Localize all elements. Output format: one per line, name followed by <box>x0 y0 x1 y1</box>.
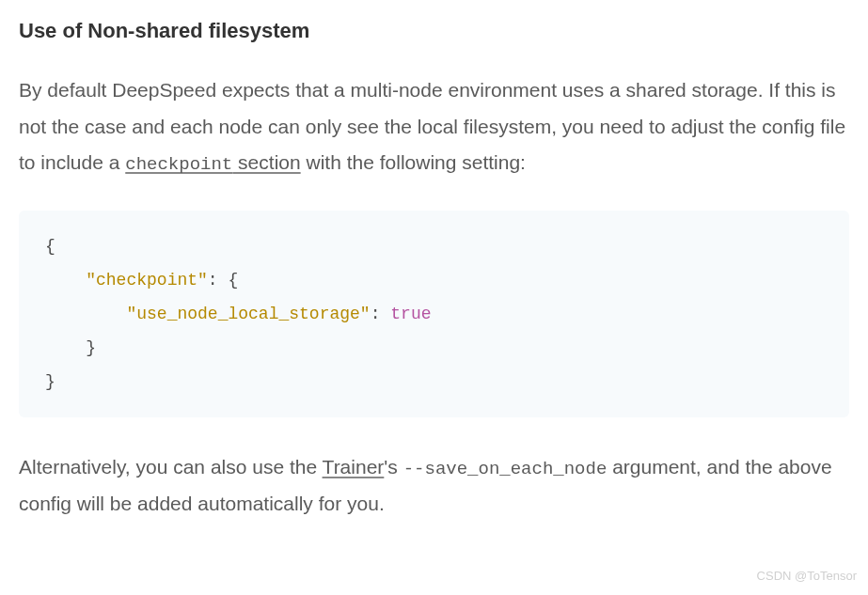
json-key-checkpoint: "checkpoint" <box>86 271 208 290</box>
watermark: CSDN @ToTensor <box>757 565 857 568</box>
code-indent <box>45 271 86 290</box>
paragraph-text: 's <box>384 456 402 478</box>
alternative-paragraph: Alternatively, you can also use the Trai… <box>19 449 849 523</box>
code-text: : { <box>208 271 238 290</box>
paragraph-text: Alternatively, you can also use the <box>19 456 323 478</box>
paragraph-text-after: with the following setting: <box>301 151 526 173</box>
code-brace: } <box>45 338 96 357</box>
json-key-use-node-local-storage: "use_node_local_storage" <box>126 305 370 323</box>
trainer-link[interactable]: Trainer <box>323 456 385 478</box>
checkpoint-code: checkpoint <box>125 154 232 175</box>
code-brace: } <box>45 372 55 391</box>
section-heading: Use of Non-shared filesystem <box>19 17 849 46</box>
code-indent <box>45 305 126 323</box>
json-bool-true: true <box>390 305 431 323</box>
checkpoint-section-link[interactable]: checkpoint section <box>125 151 300 173</box>
save-on-each-node-code: --save_on_each_node <box>403 459 608 479</box>
code-text: : <box>371 305 391 323</box>
intro-paragraph: By default DeepSpeed expects that a mult… <box>19 72 849 182</box>
code-brace: { <box>45 237 55 256</box>
link-suffix: section <box>232 151 300 173</box>
code-block: { "checkpoint": { "use_node_local_storag… <box>19 211 849 417</box>
